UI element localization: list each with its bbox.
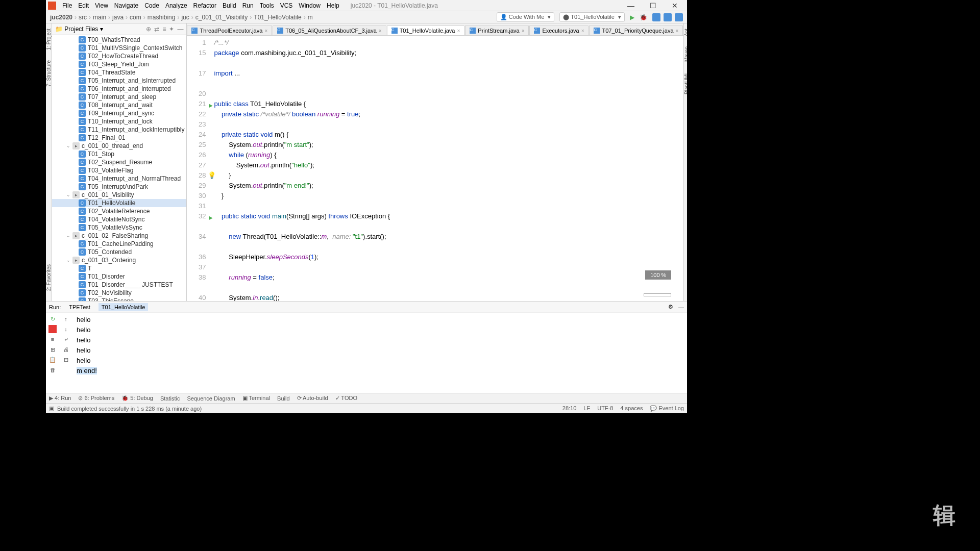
tool-icon[interactable]: ⊞ [48,345,57,354]
tree-class[interactable]: CT02_HowToCreateThread [52,52,186,60]
editor-tab[interactable]: CT06_05_AliQuestionAboutCF_3.java× [273,26,386,35]
bottom-tab[interactable]: ⟳ Auto-build [297,395,328,402]
console-output[interactable]: hellohellohellohellohellom end! [72,313,687,393]
status-icon[interactable]: ▣ [49,405,54,412]
tool-plantuml[interactable]: PlantUML [684,72,687,94]
crumb[interactable]: m [308,14,313,21]
bottom-tab[interactable]: Sequence Diagram [187,395,235,402]
tree-package[interactable]: ⌄▸c_001_03_Ordering [52,256,186,264]
bottom-tab[interactable]: ⊘ 6: Problems [78,395,114,402]
menu-window[interactable]: Window [296,2,324,9]
menu-navigate[interactable]: Navigate [111,2,141,9]
project-tree[interactable]: CT00_WhatIsThreadCT01_MultiVSSingle_Cont… [52,35,186,301]
collapse-icon[interactable]: ≡ [162,26,166,33]
tree-class[interactable]: CT01_Disorder [52,272,186,281]
tree-package[interactable]: ⌄▸c_001_01_Visibility [52,191,186,199]
target-icon[interactable]: ⊕ [146,26,151,33]
toolbar-icon[interactable] [652,13,660,21]
tab-close-icon[interactable]: × [264,28,267,34]
rerun-icon[interactable]: ↻ [48,315,57,323]
menu-code[interactable]: Code [141,2,162,9]
tree-class[interactable]: CT01_Stop [52,150,186,158]
down-icon[interactable]: ↓ [62,325,70,333]
menu-help[interactable]: Help [324,2,342,9]
project-dropdown[interactable]: 📁 Project Files ▾ [55,26,103,33]
toolbar-icon[interactable] [675,13,683,21]
tree-class[interactable]: CT06_Interrupt_and_interrupted [52,85,186,93]
tree-class[interactable]: CT08_Interrupt_and_wait [52,101,186,109]
crumb[interactable]: java [112,14,124,21]
event-log[interactable]: 💬 Event Log [650,405,684,412]
run-gear-icon[interactable]: ⚙ [668,304,673,310]
menu-analyze[interactable]: Analyze [162,2,190,9]
menu-refactor[interactable]: Refactor [190,2,219,9]
tree-class[interactable]: CT05_Interrupt_and_isInterrupted [52,77,186,85]
toolbar-icon[interactable] [664,13,672,21]
gear-icon[interactable]: ✦ [169,26,174,33]
menu-build[interactable]: Build [219,2,239,9]
maximize-icon[interactable]: ☐ [647,2,659,10]
tree-class[interactable]: CT04_Interrupt_and_NormalThread [52,174,186,183]
tree-package[interactable]: ⌄▸c_001_02_FalseSharing [52,232,186,240]
hide-icon[interactable]: — [177,26,183,33]
tool-icon[interactable]: ≡ [48,335,57,343]
caret-pos[interactable]: 28:10 [562,405,577,412]
tool-icon[interactable]: ⊟ [62,356,70,364]
wrap-icon[interactable]: ⤶ [62,335,70,343]
menu-run[interactable]: Run [239,2,257,9]
tree-class[interactable]: CT10_Interrupt_and_lock [52,117,186,126]
tree-class[interactable]: CT09_Interrupt_and_sync [52,109,186,117]
tree-class[interactable]: CT [52,264,186,272]
menu-edit[interactable]: Edit [75,2,92,9]
run-config-dropdown[interactable]: ⬤ T01_HelloVolatile ▾ [559,12,625,22]
up-icon[interactable]: ↑ [62,315,70,323]
tree-class[interactable]: CT04_ThreadState [52,68,186,77]
tab-close-icon[interactable]: × [581,28,584,34]
line-ending[interactable]: LF [583,405,590,412]
crumb[interactable]: main [93,14,106,21]
run-tab[interactable]: TPETest [66,303,93,311]
tree-class[interactable]: CT05_InterruptAndPark [52,183,186,191]
tree-class[interactable]: CT00_WhatIsThread [52,36,186,44]
menu-file[interactable]: File [59,2,75,9]
tab-close-icon[interactable]: × [676,28,679,34]
tree-class[interactable]: CT01_MultiVSSingle_ContextSwitch [52,44,186,52]
editor-tab[interactable]: CPrintStream.java× [465,26,529,35]
expand-icon[interactable]: ⇄ [154,26,159,33]
tool-project[interactable]: 1: Project [46,29,52,50]
tree-class[interactable]: CT02_VolatileReference [52,207,186,215]
tree-class[interactable]: CT01_Disorder_____JUSTTEST [52,281,186,289]
print-icon[interactable]: 🖨 [62,345,70,354]
minimize-icon[interactable]: — [624,2,638,10]
tree-class[interactable]: CT05_Contended [52,248,186,256]
crumb[interactable]: src [79,14,87,21]
run-hide-icon[interactable]: — [678,304,684,310]
bottom-tab[interactable]: ✓ TODO [335,395,357,402]
tool-ant[interactable]: Ant [684,29,687,36]
code-with-me-button[interactable]: 👤 Code With Me ▾ [497,12,555,22]
bottom-tab[interactable]: 🐞 5: Debug [121,395,153,402]
tool-maven[interactable]: Maven [684,46,687,62]
run-tab[interactable]: T01_HelloVolatile [99,303,149,311]
tree-class[interactable]: CT11_Interrupt_and_lockInterruptibly [52,126,186,134]
tool-favorites[interactable]: 2: Favorites [46,264,52,291]
tree-class[interactable]: CT12_Final_01 [52,134,186,142]
tree-class[interactable]: CT05_VolatileVsSync [52,223,186,232]
tree-class[interactable]: CT03_ThisEscape [52,297,186,301]
run-icon[interactable]: ▶ [630,14,634,21]
crumb[interactable]: c_001_01_Visibility [195,14,248,21]
menu-tools[interactable]: Tools [257,2,277,9]
close-icon[interactable]: ✕ [669,2,681,10]
code-editor[interactable]: 115172021▶2223242526272829303132▶3436373… [187,36,683,301]
tree-class[interactable]: CT03_Sleep_Yield_Join [52,60,186,68]
tree-class[interactable]: CT01_HelloVolatile [52,199,186,207]
tree-class[interactable]: CT02_Suspend_Resume [52,158,186,166]
bottom-tab[interactable]: Statistic [160,395,180,402]
tree-class[interactable]: CT01_CacheLinePadding [52,240,186,248]
crumb[interactable]: juc [181,14,189,21]
editor-tab[interactable]: CT01_HelloVolatile.java× [387,26,465,35]
crumb[interactable]: com [130,14,141,21]
indent[interactable]: 4 spaces [620,405,643,412]
tool-structure[interactable]: 7: Structure [46,60,52,87]
tree-class[interactable]: CT07_Interrupt_and_sleep [52,93,186,101]
